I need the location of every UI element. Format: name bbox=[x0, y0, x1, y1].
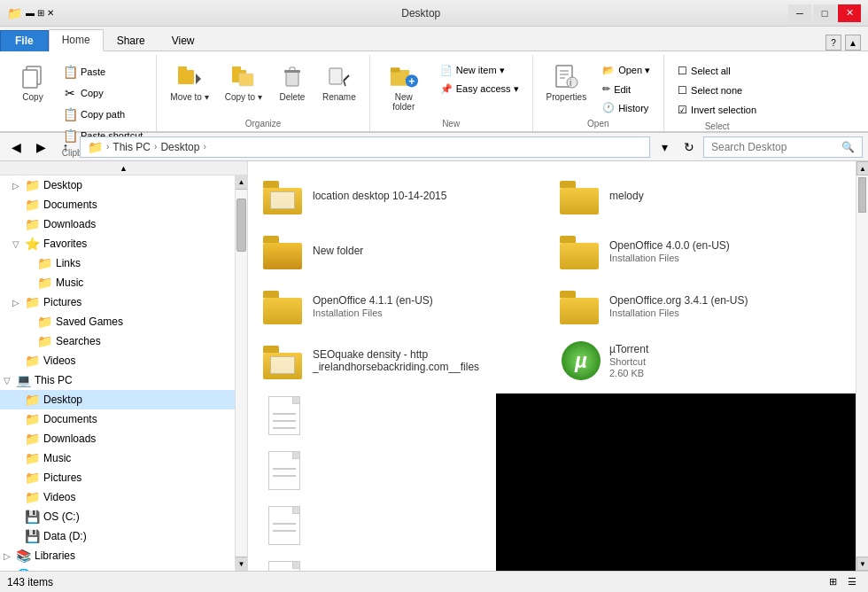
sidebar-item-pictures-pc[interactable]: 📁 Pictures bbox=[0, 468, 247, 487]
sidebar-item-os-c[interactable]: 💾 OS (C:) bbox=[0, 507, 247, 526]
file-name: location desktop 10-14-2015 bbox=[313, 190, 446, 202]
scroll-down-button[interactable]: ▼ bbox=[856, 557, 868, 571]
sidebar-item-saved-games[interactable]: 📁 Saved Games bbox=[0, 312, 247, 331]
expand-arrow bbox=[12, 200, 25, 210]
sidebar-item-data-d[interactable]: 💾 Data (D:) bbox=[0, 526, 247, 546]
copy-path-button[interactable]: 📋 Copy path bbox=[57, 105, 149, 124]
sidebar-item-documents-pc[interactable]: 📁 Documents bbox=[0, 409, 247, 429]
title-bar: 📁 ▬ ⊞ ✕ Desktop ─ □ ✕ bbox=[0, 0, 868, 27]
new-folder-button[interactable]: + Newfolder bbox=[377, 58, 430, 115]
folder-icon: 📁 bbox=[25, 178, 40, 192]
tab-view[interactable]: View bbox=[159, 30, 208, 51]
sidebar-item-music[interactable]: 📁 Music bbox=[0, 273, 247, 292]
folder-icon: 📁 bbox=[25, 451, 40, 465]
select-none-button[interactable]: ☐ Select none bbox=[671, 82, 763, 99]
sidebar-item-libraries[interactable]: ▷ 📚 Libraries bbox=[0, 546, 247, 565]
refresh-button[interactable]: ↻ bbox=[678, 136, 700, 158]
maximize-button[interactable]: □ bbox=[813, 4, 836, 22]
search-icon[interactable]: 🔍 bbox=[841, 141, 855, 153]
sidebar-item-desktop-pc[interactable]: 📁 Desktop bbox=[0, 390, 247, 409]
open-button[interactable]: 📂 Open ▾ bbox=[596, 62, 656, 79]
properties-button[interactable]: i Properties bbox=[540, 58, 593, 105]
path-part-thispc[interactable]: This PC bbox=[112, 141, 151, 153]
file-item-seoquake[interactable]: SEOquake density - http _irelandhorsebac… bbox=[255, 333, 552, 388]
sidebar-item-videos-pc[interactable]: 📁 Videos bbox=[0, 487, 247, 507]
history-button[interactable]: 🕐 History bbox=[596, 99, 656, 116]
ribbon-collapse-button[interactable]: ▲ bbox=[845, 35, 861, 51]
delete-button[interactable]: Delete bbox=[272, 58, 313, 105]
file-item-openoffice-341[interactable]: OpenOffice.org 3.4.1 (en-US) Installatio… bbox=[552, 278, 849, 333]
organize-content: Move to ▾ Copy to ▾ bbox=[164, 55, 361, 116]
rename-button[interactable]: Rename bbox=[316, 58, 362, 105]
sidebar-label-network: Network bbox=[35, 569, 74, 571]
copy-button[interactable]: Copy bbox=[12, 58, 53, 105]
sidebar-item-documents[interactable]: 📁 Documents bbox=[0, 195, 247, 214]
sidebar-scroll-thumb[interactable] bbox=[236, 199, 246, 252]
ribbon-group-new: + Newfolder 📄 New item ▾ 📌 Easy access ▾… bbox=[370, 55, 533, 131]
sidebar-scroll-down-btn[interactable]: ▼ bbox=[236, 557, 247, 571]
file-item-melody[interactable]: melody bbox=[552, 168, 849, 223]
sidebar-item-desktop[interactable]: ▷ 📁 Desktop bbox=[0, 175, 247, 195]
file-item-openoffice-400[interactable]: OpenOffice 4.0.0 (en-US) Installation Fi… bbox=[552, 223, 849, 278]
ribbon-help-button[interactable]: ? bbox=[825, 35, 841, 51]
list-view-button[interactable]: ☰ bbox=[843, 574, 861, 590]
select-all-button[interactable]: ☐ Select all bbox=[671, 62, 763, 80]
cut-button[interactable]: ✂ Copy bbox=[57, 83, 149, 103]
paste-button[interactable]: 📋 Paste bbox=[57, 62, 149, 82]
file-item-openoffice-411[interactable]: OpenOffice 4.1.1 (en-US) Installation Fi… bbox=[255, 278, 552, 333]
sidebar-item-links[interactable]: 📁 Links bbox=[0, 253, 247, 273]
easy-access-button[interactable]: 📌 Easy access ▾ bbox=[434, 81, 525, 97]
address-path[interactable]: 📁 › This PC › Desktop › bbox=[80, 136, 650, 158]
scroll-track bbox=[856, 175, 868, 557]
sidebar-item-network[interactable]: ▷ 🌐 Network bbox=[0, 565, 247, 571]
invert-selection-button[interactable]: ☑ Invert selection bbox=[671, 101, 763, 119]
sidebar-item-pictures[interactable]: ▷ 📁 Pictures bbox=[0, 292, 247, 312]
expand-arrow bbox=[12, 532, 25, 541]
path-part-desktop[interactable]: Desktop bbox=[160, 141, 199, 153]
edit-button[interactable]: ✏ Edit bbox=[596, 81, 656, 97]
file-item-utorrent[interactable]: µ µTorrent Shortcut 2.60 KB bbox=[552, 333, 849, 388]
tab-home[interactable]: Home bbox=[49, 29, 104, 51]
sidebar-item-this-pc[interactable]: ▽ 💻 This PC bbox=[0, 370, 247, 390]
scroll-thumb[interactable] bbox=[858, 177, 866, 213]
sidebar-item-downloads[interactable]: 📁 Downloads bbox=[0, 214, 247, 234]
minimize-button[interactable]: ─ bbox=[788, 4, 811, 22]
folder-icon: 📁 bbox=[25, 412, 40, 426]
file-item-location-desktop[interactable]: location desktop 10-14-2015 bbox=[255, 168, 552, 223]
sidebar-scroll-up-btn[interactable]: ▲ bbox=[236, 175, 247, 190]
new-col: 📄 New item ▾ 📌 Easy access ▾ bbox=[434, 58, 525, 97]
sidebar-item-searches[interactable]: 📁 Searches bbox=[0, 331, 247, 351]
dropdown-button[interactable]: ▾ bbox=[654, 136, 675, 158]
svg-line-13 bbox=[344, 81, 345, 86]
sidebar-item-music-pc[interactable]: 📁 Music bbox=[0, 448, 247, 468]
sidebar-item-favorites[interactable]: ▽ ⭐ Favorites bbox=[0, 234, 247, 253]
up-button[interactable]: ↑ bbox=[55, 136, 76, 158]
path-dropdown-icon[interactable]: › bbox=[203, 142, 205, 152]
expand-arrow bbox=[12, 356, 25, 366]
forward-button[interactable]: ▶ bbox=[30, 136, 51, 158]
search-input[interactable] bbox=[711, 141, 835, 153]
scroll-up-button[interactable]: ▲ bbox=[856, 161, 868, 175]
sidebar-scroll-up[interactable]: ▲ bbox=[0, 161, 247, 175]
sidebar-item-videos[interactable]: 📁 Videos bbox=[0, 351, 247, 370]
tab-share[interactable]: Share bbox=[104, 30, 159, 51]
move-to-button[interactable]: Move to ▾ bbox=[164, 58, 214, 105]
new-item-button[interactable]: 📄 New item ▾ bbox=[434, 62, 525, 79]
large-icons-view-button[interactable]: ⊞ bbox=[824, 574, 841, 590]
copy-to-button[interactable]: Copy to ▾ bbox=[219, 58, 268, 105]
doc-icon bbox=[268, 396, 300, 435]
expand-arrow: ▷ bbox=[12, 181, 25, 191]
close-button[interactable]: ✕ bbox=[838, 4, 861, 22]
folder-icon: 📁 bbox=[25, 198, 40, 212]
folder-icon: 📁 bbox=[25, 295, 40, 309]
file-item-new-folder[interactable]: New folder bbox=[255, 223, 552, 278]
ribbon-group-organize: Move to ▾ Copy to ▾ bbox=[157, 55, 369, 131]
sidebar-item-downloads-pc[interactable]: 📁 Downloads bbox=[0, 429, 247, 448]
tab-file[interactable]: File bbox=[0, 30, 49, 51]
file-name: OpenOffice.org 3.4.1 (en-US) bbox=[609, 294, 748, 307]
expand-arrow bbox=[12, 454, 25, 463]
history-label: History bbox=[618, 103, 648, 113]
expand-arrow bbox=[12, 493, 25, 502]
back-button[interactable]: ◀ bbox=[5, 136, 27, 158]
folder-icon: 📁 bbox=[37, 315, 52, 329]
